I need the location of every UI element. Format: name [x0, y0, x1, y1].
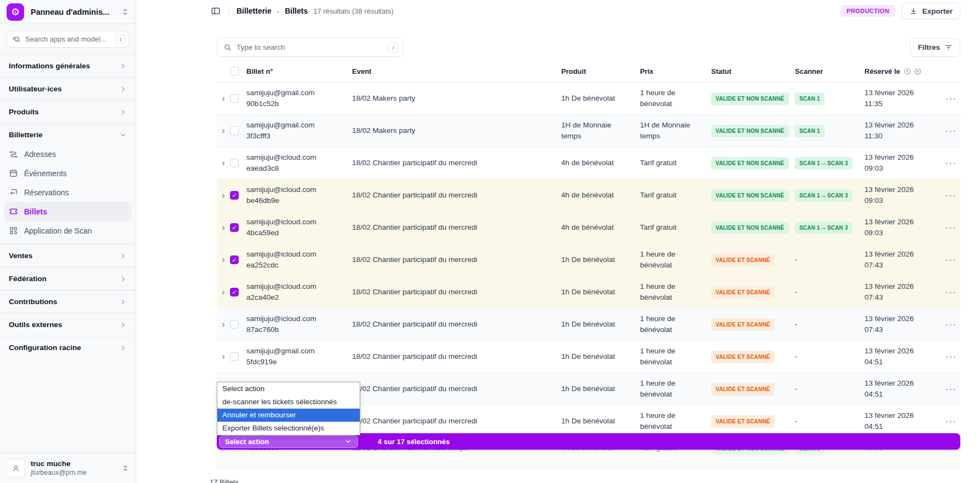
reserve-cell: 13 février 202609:03 — [864, 184, 936, 207]
sidebar-section-billetterie[interactable]: Billetterie — [0, 125, 136, 144]
billet-number-cell[interactable]: samijuju@icloud.comea252cdc — [246, 249, 352, 271]
billet-number-cell[interactable]: samijuju@icloud.com4bca59ed — [246, 217, 352, 239]
filters-button[interactable]: Filtres — [910, 38, 960, 57]
expand-row-chevron-icon[interactable]: › — [217, 352, 230, 361]
sidebar-item-v-nements[interactable]: Évènements — [4, 164, 131, 183]
action-select[interactable]: Select action — [219, 435, 358, 448]
status-badge: VALIDE ET NON SCANNÉ — [711, 92, 789, 105]
expand-row-chevron-icon[interactable]: › — [217, 223, 230, 232]
sidebar-section-informations-g-n-rales[interactable]: Informations générales — [0, 56, 136, 75]
expand-row-chevron-icon[interactable]: › — [217, 320, 230, 329]
sidebar-item-billets[interactable]: Billets — [4, 202, 131, 221]
row-actions-menu[interactable]: ··· — [936, 159, 960, 168]
sidebar-section-configuration-racine[interactable]: Configuration racine — [0, 338, 136, 357]
chevron-down-icon — [344, 438, 352, 445]
billet-number-cell[interactable]: samijuju@gmail.com90b1c52b — [246, 88, 352, 110]
row-actions-menu[interactable]: ··· — [936, 94, 960, 103]
action-option-exporter-billets-selectionn-e-s[interactable]: Exporter Billets selectionné(e)s — [217, 422, 360, 435]
expand-row-chevron-icon[interactable]: › — [217, 191, 230, 200]
sort-ascending-icon[interactable] — [903, 67, 912, 75]
table-row: ›samijuju@gmail.com90b1c52b18/02 Makers … — [217, 83, 960, 115]
app-logo-gear-icon[interactable]: ⚙ — [7, 3, 24, 21]
sidebar-section-utilisateur-ices[interactable]: Utilisateur·ices — [0, 79, 136, 98]
billet-number-cell[interactable]: samijuju@icloud.combe46db9e — [246, 184, 352, 207]
expand-row-chevron-icon[interactable]: › — [217, 159, 230, 167]
produit-cell: 1h De bénévolat — [561, 93, 640, 104]
table-search-input[interactable]: Type to search / — [217, 38, 403, 57]
selection-action-bar: Select action 4 sur 17 sélectionnés — [217, 433, 960, 450]
row-actions-menu[interactable]: ··· — [936, 288, 960, 297]
billet-number-cell[interactable]: samijuju@icloud.com87ac760b — [246, 313, 352, 336]
column-header-scanner[interactable]: Scanner — [795, 67, 864, 75]
user-menu[interactable]: truc muche jturbeaux@pm.me — [0, 453, 136, 483]
column-header-statut[interactable]: Statut — [711, 67, 795, 75]
row-actions-menu[interactable]: ··· — [936, 385, 960, 394]
row-checkbox[interactable] — [230, 352, 239, 361]
breadcrumb-chevron-icon: › — [277, 7, 279, 15]
billet-number-cell[interactable]: samijuju@icloud.coma2ca40e2 — [246, 281, 352, 304]
sidebar-section-f-d-ration[interactable]: Fédération — [0, 269, 136, 288]
table-row: ›✓samijuju@icloud.coma2ca40e218/02 Chant… — [217, 276, 960, 309]
row-checkbox[interactable] — [230, 94, 239, 103]
sidebar-search-input[interactable]: Search apps and model... t — [7, 31, 129, 48]
row-checkbox[interactable] — [230, 159, 239, 167]
sidebar-section-contributions[interactable]: Contributions — [0, 292, 136, 311]
row-checkbox[interactable]: ✓ — [230, 255, 239, 264]
statut-cell: VALIDE ET NON SCANNÉ — [711, 157, 795, 170]
scanner-badge: SCAN 1 -- SCAN 3 — [795, 157, 852, 170]
expand-row-chevron-icon[interactable]: › — [217, 255, 230, 264]
row-checkbox[interactable] — [230, 320, 239, 329]
column-header-event[interactable]: Event — [352, 67, 561, 75]
column-header-produit[interactable]: Produit — [561, 67, 640, 75]
row-actions-menu[interactable]: ··· — [936, 255, 960, 265]
row-actions-menu[interactable]: ··· — [936, 417, 960, 426]
clear-sort-icon[interactable] — [914, 67, 922, 75]
sidebar-item-application-de-scan[interactable]: Application de Scan — [4, 221, 131, 240]
environment-badge: PRODUCTION — [840, 5, 895, 17]
status-badge: VALIDE ET SCANNÉ — [711, 415, 775, 428]
row-actions-menu[interactable]: ··· — [936, 126, 960, 136]
expand-row-chevron-icon[interactable]: › — [217, 288, 230, 296]
row-actions-menu[interactable]: ··· — [936, 320, 960, 329]
event-cell: 18/02 Chantier participatif du mercredi — [352, 416, 561, 427]
action-option-select-action[interactable]: Select action — [217, 382, 360, 395]
row-actions-menu[interactable]: ··· — [936, 191, 960, 200]
sidebar-section-label: Billetterie — [9, 131, 43, 139]
event-cell: 18/02 Chantier participatif du mercredi — [352, 319, 561, 330]
qr-icon — [9, 226, 18, 235]
app-switcher-icon[interactable] — [121, 8, 129, 16]
billet-number-cell[interactable]: samijuju@gmail.com5fdc919e — [246, 346, 352, 368]
sidebar-section-label: Contributions — [9, 298, 57, 306]
event-cell: 18/02 Chantier participatif du mercredi — [352, 222, 561, 233]
row-actions-menu[interactable]: ··· — [936, 352, 960, 362]
row-checkbox[interactable] — [230, 126, 239, 135]
row-checkbox[interactable]: ✓ — [230, 191, 239, 200]
main-area: Billetterie › Billets 17 résultats (38 r… — [136, 0, 980, 483]
row-checkbox[interactable]: ✓ — [230, 223, 239, 232]
expand-row-chevron-icon[interactable]: › — [217, 94, 230, 103]
billet-number-cell[interactable]: samijuju@icloud.comeaead3c8 — [246, 152, 352, 174]
sidebar-toggle-icon[interactable] — [211, 6, 221, 16]
sidebar-item-adresses[interactable]: Adresses — [4, 144, 131, 164]
action-option-annuler-et-rembourser[interactable]: Annuler et rembourser — [217, 409, 360, 422]
select-all-checkbox[interactable] — [230, 67, 239, 75]
row-checkbox[interactable]: ✓ — [230, 288, 239, 296]
prix-cell: 1 heure de bénévolat — [640, 88, 711, 110]
expand-row-chevron-icon[interactable]: › — [217, 126, 230, 135]
breadcrumb-parent[interactable]: Billetterie — [237, 7, 272, 15]
billet-number-cell[interactable]: samijuju@gmail.com3f3cfff3 — [246, 120, 352, 142]
produit-cell: 1h De bénévolat — [561, 416, 640, 427]
sidebar-section-produits[interactable]: Produits — [0, 102, 136, 121]
export-button[interactable]: Exporter — [902, 3, 960, 19]
sidebar-section-ventes[interactable]: Ventes — [0, 246, 136, 265]
chevron-right-icon — [119, 108, 127, 116]
column-header-billet[interactable]: Billet n° — [246, 67, 352, 75]
action-option-de-scanner-les-tickets-s-lectionn-s[interactable]: de-scanner les tickets sélectionnés — [217, 395, 360, 409]
sidebar-section-outils-externes[interactable]: Outils externes — [0, 315, 136, 334]
statut-cell: VALIDE ET SCANNÉ — [711, 351, 795, 363]
scanner-cell: SCAN 1 — [795, 125, 864, 137]
row-actions-menu[interactable]: ··· — [936, 223, 960, 232]
prix-cell: 1 heure de bénévolat — [640, 346, 711, 368]
sidebar-item-r-servations[interactable]: Réservations — [4, 183, 131, 202]
column-header-prix[interactable]: Prix — [640, 67, 711, 75]
